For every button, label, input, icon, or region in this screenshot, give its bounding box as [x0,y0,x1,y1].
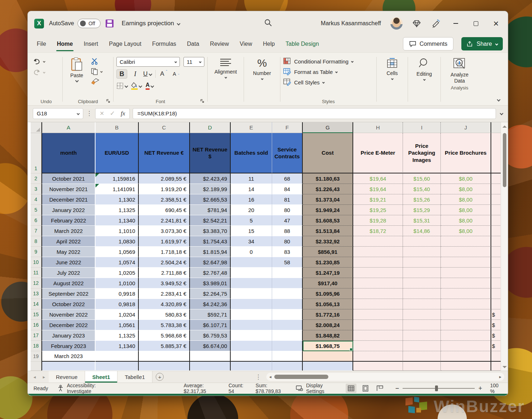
cell-A19[interactable]: March 2023 [41,351,96,362]
header-cell-K1[interactable] [491,133,501,173]
row-header-12[interactable]: 12 [31,278,41,288]
name-box[interactable]: G18 [33,108,83,119]
bold-button[interactable]: B [116,69,127,79]
cell-E5[interactable]: 20 [231,205,272,215]
cell-D15[interactable]: $592,71 [190,309,231,320]
cell-H5[interactable]: $19,25 [353,205,403,215]
zoom-slider[interactable] [403,388,475,389]
cell-D12[interactable]: $3.989,01 [190,278,231,288]
zoom-slider-thumb[interactable] [435,385,438,391]
editing-group-button[interactable]: Editing [411,56,438,80]
cell-C3[interactable]: 1.919,20 € [139,184,190,194]
column-header-J[interactable]: J [441,122,491,133]
cell-H15[interactable] [353,309,403,320]
cell-G16[interactable]: $2.008,24 [303,320,353,330]
cell-K17[interactable]: $ [491,330,501,341]
excel-logo-icon[interactable]: X [34,19,44,28]
column-header-D[interactable]: D [190,122,231,133]
cell-C16[interactable]: 5.783,38 € [139,320,190,330]
undo-button[interactable] [33,58,59,65]
cell-H11[interactable] [353,268,403,278]
cell-B12[interactable]: 1,0100 [96,278,139,288]
cell-I13[interactable] [403,288,441,299]
tab-page-layout[interactable]: Page Layout [103,36,147,52]
autosave-switch[interactable]: Off [77,19,101,28]
cell-C-partial[interactable] [139,362,190,371]
cell-G7[interactable]: $1.513,84 [303,226,353,236]
tab-view[interactable]: View [234,36,257,52]
cell-E17[interactable] [231,330,272,341]
cell-A15[interactable]: November 2022 [41,309,96,320]
cell-G-partial[interactable] [303,362,353,371]
cell-I7[interactable]: $14,86 [403,226,441,236]
cell-G12[interactable]: $917,40 [303,278,353,288]
enter-icon[interactable] [110,110,115,117]
cell-I15[interactable] [403,309,441,320]
cell-G17[interactable]: $1.848,82 [303,330,353,341]
horizontal-scrollbar[interactable] [266,373,504,381]
cell-J12[interactable] [441,278,491,288]
copy-button[interactable] [91,68,102,75]
row-header-2[interactable]: 2 [31,173,41,184]
sheet-tab-tabelle1[interactable]: Tabelle1 [118,371,152,383]
cells-group-button[interactable]: Cells [380,56,405,80]
cell-H2[interactable]: $19,64 [353,173,403,184]
cell-F14[interactable] [272,299,303,309]
cell-E11[interactable] [231,268,272,278]
cell-C13[interactable]: 2.283,41 € [139,288,190,299]
column-header-A[interactable]: A [41,122,96,133]
cell-E9[interactable]: 0 [231,247,272,257]
increase-font-button[interactable]: Aˆ [159,69,168,79]
cell-B19[interactable] [96,351,139,362]
cell-B7[interactable]: 1,1010 [96,226,139,236]
horizontal-scroll-thumb[interactable] [274,375,328,379]
font-size-select[interactable]: 11 [183,57,204,67]
italic-button[interactable]: I [131,69,139,79]
cell-A5[interactable]: January 2022 [41,205,96,215]
cell-K9[interactable] [491,247,501,257]
cell-K13[interactable] [491,288,501,299]
cell-B15[interactable]: 1,0204 [96,309,139,320]
cell-I2[interactable]: $15,60 [403,173,441,184]
ribbon-collapse-icon[interactable] [497,98,501,102]
cell-B9[interactable]: 1,0569 [96,247,139,257]
cell-A17[interactable]: January 2023 [41,330,96,341]
cell-C9[interactable]: 1.718,18 € [139,247,190,257]
comments-button[interactable]: Comments [403,37,453,50]
cell-H4[interactable]: $19,21 [353,194,403,205]
cell-C17[interactable]: 5.968,68 € [139,330,190,341]
cell-G10[interactable]: $1.230,85 [303,257,353,268]
cell-D19[interactable] [190,351,231,362]
formula-input[interactable]: =SUM(K18:P18) [133,108,496,119]
cell-A9[interactable]: May 2022 [41,247,96,257]
cell-J14[interactable] [441,299,491,309]
display-settings-button[interactable]: Display Settings [296,383,335,394]
row-header-5[interactable]: 5 [31,205,41,215]
normal-view-button[interactable] [346,384,356,393]
cell-E-partial[interactable] [231,362,272,371]
cell-E13[interactable] [231,288,272,299]
share-button[interactable]: Share [461,37,503,50]
page-layout-view-button[interactable] [360,384,371,393]
cell-A3[interactable]: November 2021 [41,184,96,194]
cell-F5[interactable]: 80 [272,205,303,215]
cell-styles-button[interactable]: Cell Styles [283,79,353,86]
cell-J13[interactable] [441,288,491,299]
cell-C12[interactable]: 3.949,52 € [139,278,190,288]
cell-D10[interactable]: $2.647,98 [190,257,231,268]
cell-F18[interactable] [272,341,303,351]
cell-D9[interactable]: $1.815,94 [190,247,231,257]
alignment-group-button[interactable]: Alignment [210,56,241,78]
close-button[interactable] [491,18,501,29]
cell-I18[interactable] [403,341,441,351]
avatar[interactable] [390,17,403,30]
tab-table-design[interactable]: Table Design [280,36,324,52]
font-color-button[interactable]: A [145,81,154,91]
cell-E4[interactable]: 16 [231,194,272,205]
row-header-9[interactable]: 9 [31,247,41,257]
column-header-H[interactable]: H [353,122,403,133]
cell-K14[interactable] [491,299,501,309]
cell-F15[interactable] [272,309,303,320]
header-cell-B1[interactable]: EUR/USD [96,133,139,173]
cell-D6[interactable]: $2.542,21 [190,215,231,226]
